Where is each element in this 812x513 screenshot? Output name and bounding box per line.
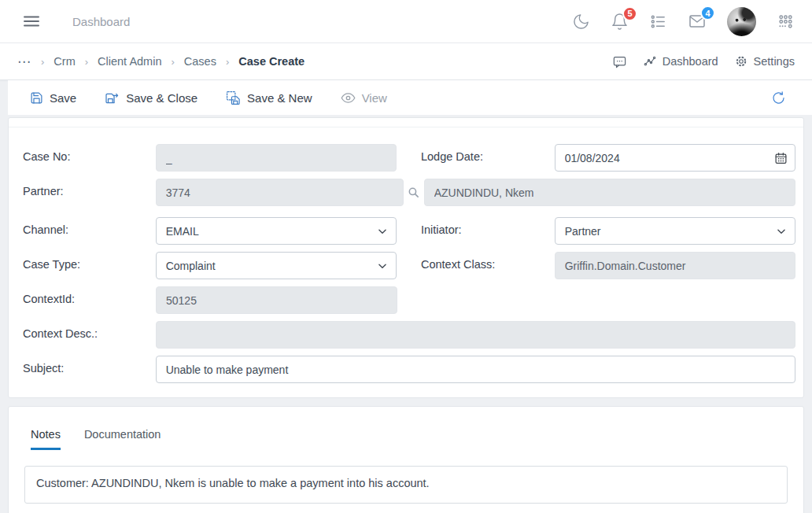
- channel-select[interactable]: EMAIL: [156, 217, 397, 245]
- save-button[interactable]: Save: [30, 91, 76, 105]
- initiator-label: Initiator:: [421, 217, 555, 236]
- header-actions: 5 4: [572, 7, 812, 36]
- refresh-icon[interactable]: [770, 90, 812, 106]
- notes-panel: Notes Documentation Customer: AZUNDINDU,…: [8, 406, 804, 513]
- page-title: Dashboard: [72, 15, 130, 28]
- subject-label: Subject:: [23, 356, 156, 375]
- save-floppy-icon: [30, 91, 43, 105]
- form-card-top-strip: [9, 118, 803, 127]
- dark-mode-icon[interactable]: [572, 13, 590, 31]
- form-toolbar: Save Save & Close Save & New View: [8, 80, 812, 115]
- partner-search-icon[interactable]: [404, 186, 424, 199]
- lodge-date-label: Lodge Date:: [421, 144, 555, 163]
- analytics-icon: [643, 54, 657, 68]
- save-close-icon: [105, 90, 120, 105]
- case-type-select[interactable]: Complaint: [156, 252, 397, 279]
- chevron-right-icon: ›: [171, 56, 174, 68]
- eye-icon: [341, 90, 356, 105]
- settings-link-label: Settings: [754, 55, 795, 68]
- notes-tabs: Notes Documentation: [24, 428, 788, 450]
- user-avatar[interactable]: [727, 7, 756, 36]
- message-count-badge: 4: [700, 6, 715, 20]
- context-class-field: [555, 252, 795, 279]
- calendar-icon[interactable]: [774, 151, 788, 164]
- dashboard-link[interactable]: Dashboard: [643, 54, 718, 68]
- partner-label: Partner:: [23, 179, 156, 197]
- hamburger-menu-icon[interactable]: [22, 12, 41, 31]
- chevron-down-icon: [377, 260, 388, 271]
- chevron-right-icon: ›: [41, 56, 44, 68]
- save-and-new-button[interactable]: Save & New: [226, 90, 312, 105]
- case-type-label: Case Type:: [23, 252, 156, 271]
- app-header: Dashboard 5 4: [0, 0, 812, 43]
- breadcrumb-ellipsis[interactable]: ⋯: [17, 55, 31, 68]
- task-list-icon[interactable]: [649, 13, 667, 31]
- messages-envelope-icon[interactable]: 4: [688, 12, 707, 31]
- context-desc-field: [156, 321, 795, 349]
- breadcrumb: ⋯ › Crm › Client Admin › Cases › Case Cr…: [17, 55, 304, 68]
- apps-grid-icon[interactable]: [777, 13, 795, 31]
- breadcrumb-item-client-admin[interactable]: Client Admin: [98, 55, 161, 68]
- view-button-label: View: [362, 91, 387, 105]
- gear-icon: [734, 54, 748, 68]
- view-button: View: [341, 90, 387, 105]
- context-class-label: Context Class:: [421, 252, 555, 271]
- save-button-label: Save: [50, 91, 76, 105]
- chevron-down-icon: [776, 226, 787, 237]
- lodge-date-input[interactable]: [555, 144, 795, 172]
- case-no-field: [156, 144, 397, 172]
- breadcrumb-item-crm[interactable]: Crm: [54, 55, 75, 68]
- tab-documentation[interactable]: Documentation: [84, 428, 161, 450]
- chevron-down-icon: [377, 226, 388, 237]
- save-and-new-button-label: Save & New: [247, 91, 312, 105]
- context-id-field: [156, 286, 397, 314]
- save-and-close-button[interactable]: Save & Close: [105, 90, 197, 105]
- notifications-bell-icon[interactable]: 5: [611, 13, 629, 31]
- feedback-comment-icon[interactable]: [612, 54, 627, 69]
- breadcrumb-bar: ⋯ › Crm › Client Admin › Cases › Case Cr…: [0, 43, 812, 80]
- partner-name-field: [424, 179, 795, 206]
- case-create-form: Case No: Lodge Date: Partner:: [8, 117, 804, 398]
- channel-label: Channel:: [23, 217, 156, 236]
- notification-count-badge: 5: [622, 6, 637, 21]
- case-type-selected-value: Complaint: [166, 260, 216, 272]
- partner-code-field: [156, 179, 404, 206]
- context-id-label: ContextId:: [23, 286, 156, 305]
- chevron-right-icon: ›: [226, 56, 229, 68]
- initiator-selected-value: Partner: [565, 225, 601, 238]
- context-desc-label: Context Desc.:: [23, 321, 156, 340]
- chevron-right-icon: ›: [85, 56, 88, 68]
- breadcrumb-current-case-create: Case Create: [238, 55, 304, 68]
- note-text-input[interactable]: Customer: AZUNDINDU, Nkem is unable to m…: [24, 466, 788, 504]
- breadcrumb-item-cases[interactable]: Cases: [184, 55, 216, 68]
- settings-link[interactable]: Settings: [734, 54, 795, 68]
- subject-input[interactable]: [156, 356, 795, 383]
- save-and-close-button-label: Save & Close: [126, 91, 197, 105]
- initiator-select[interactable]: Partner: [555, 217, 795, 245]
- save-new-icon: [226, 90, 241, 105]
- channel-selected-value: EMAIL: [166, 225, 199, 238]
- breadcrumb-actions: Dashboard Settings: [612, 54, 795, 69]
- dashboard-link-label: Dashboard: [663, 55, 718, 68]
- tab-notes[interactable]: Notes: [31, 428, 61, 450]
- case-no-label: Case No:: [23, 144, 156, 163]
